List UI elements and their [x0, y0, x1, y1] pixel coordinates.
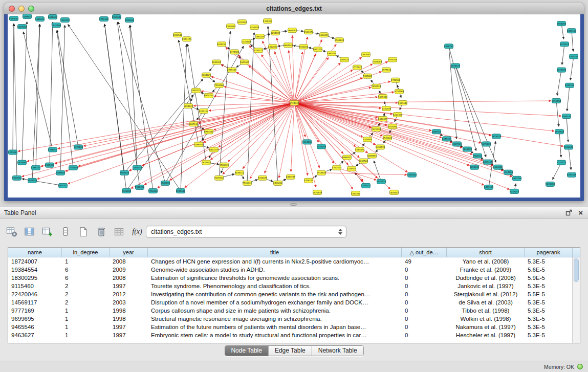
graph-node[interactable]: 1518428 [135, 185, 144, 189]
graph-node[interactable]: 1924504 [504, 170, 513, 174]
graph-node[interactable]: 9410226 [258, 176, 267, 180]
graph-node[interactable]: 1092482 [351, 191, 360, 195]
graph-node[interactable]: 1125404 [263, 19, 272, 24]
close-panel-icon[interactable]: × [578, 209, 583, 216]
graph-node[interactable]: 1095449 [378, 94, 387, 99]
graph-node[interactable]: 9831312 [58, 183, 68, 188]
graph-node[interactable]: 9469321 [342, 155, 352, 160]
graph-node[interactable]: 1175481 [230, 50, 239, 54]
graph-node[interactable]: 2051170 [182, 37, 191, 41]
delete-table-icon[interactable] [95, 225, 108, 238]
graph-node[interactable]: 1222063 [268, 45, 277, 49]
graph-node[interactable]: 1903020 [12, 176, 21, 180]
graph-node[interactable]: 1180433 [161, 181, 170, 185]
graph-node[interactable]: 2206133 [304, 178, 313, 183]
network-window[interactable]: citations_edges.txt 17240452018233117548… [4, 3, 584, 201]
rows-icon[interactable] [59, 225, 72, 238]
graph-node[interactable]: 9154469 [395, 89, 404, 94]
graph-node[interactable]: 2867133 [189, 122, 198, 126]
graph-node[interactable]: 2296013 [48, 147, 57, 152]
graph-node[interactable]: 8664049 [284, 43, 293, 48]
graph-node[interactable]: 2261842 [112, 15, 121, 19]
network-canvas[interactable]: 1724045201823311754811641604227514718420… [8, 14, 580, 198]
graph-node[interactable]: 1485083 [373, 59, 382, 64]
table-row[interactable]: 2242004622012Investigating the contribut… [8, 290, 580, 298]
graph-node[interactable]: 1853081 [361, 52, 371, 57]
table-mode-icon[interactable] [5, 225, 18, 238]
graph-node[interactable]: 1961834 [327, 51, 336, 56]
float-panel-icon[interactable] [565, 209, 572, 216]
graph-node[interactable]: 1467913 [452, 142, 462, 146]
graph-node[interactable]: 1748508 [391, 78, 400, 82]
graph-node[interactable]: 1088153 [562, 114, 571, 119]
graph-node[interactable]: 1901376 [304, 30, 313, 34]
table-row[interactable]: 911546021997Tourette syndrome. Phenomeno… [8, 282, 580, 290]
graph-node[interactable]: 2204887 [363, 137, 372, 142]
window-titlebar[interactable]: citations_edges.txt [4, 3, 584, 14]
function-builder-icon[interactable]: f(x) [130, 225, 144, 238]
graph-node[interactable]: 1444453 [569, 54, 578, 59]
graph-node[interactable]: 1981323 [45, 163, 54, 167]
graph-node[interactable]: 2245013 [347, 166, 356, 171]
graph-node[interactable]: 1962205 [255, 34, 265, 39]
graph-node[interactable]: 1984313 [473, 154, 482, 158]
graph-node[interactable]: 1064032 [493, 165, 503, 169]
graph-node[interactable]: 7850533 [372, 84, 381, 89]
graph-node[interactable]: 1264033 [133, 165, 142, 170]
graph-node[interactable]: 4275122 [199, 109, 208, 114]
graph-node[interactable]: 1620413 [377, 179, 386, 184]
graph-node[interactable]: 1964091 [557, 21, 566, 26]
graph-node[interactable]: 8036112 [235, 170, 244, 175]
graph-node[interactable]: 1063021 [340, 57, 349, 62]
column-header-in_degree[interactable]: in_degree [62, 248, 110, 257]
column-header-short[interactable]: short [447, 248, 525, 257]
table-row[interactable]: 1938455462009Genome-wide association stu… [8, 266, 580, 274]
graph-node[interactable]: 1959406 [125, 18, 134, 23]
graph-node[interactable]: 1254439 [271, 31, 280, 35]
graph-node[interactable]: 9613275 [313, 47, 322, 52]
table-row[interactable]: 1456911722003Disruption of a novel membe… [8, 298, 580, 307]
graph-node[interactable]: 1977131 [382, 68, 391, 72]
graph-node[interactable]: 9245013 [510, 189, 519, 193]
graph-node[interactable]: 7561341 [243, 181, 252, 185]
show-columns-icon[interactable] [23, 225, 36, 238]
graph-node[interactable]: 2096631 [23, 14, 32, 19]
graph-node[interactable]: 7625402 [202, 160, 211, 165]
graph-node[interactable]: 1099402 [194, 142, 203, 147]
graph-node[interactable]: 1089504 [56, 170, 65, 175]
graph-node[interactable]: 8549222 [383, 136, 392, 140]
graph-node[interactable]: 1974343 [388, 57, 397, 62]
graph-node[interactable]: 1221397 [393, 113, 402, 117]
graph-node[interactable]: 9273413 [560, 42, 569, 47]
scrollbar-thumb[interactable] [574, 258, 579, 282]
graph-node[interactable]: 1914545 [317, 170, 326, 175]
graph-node[interactable]: 1696351 [319, 33, 329, 37]
graph-node[interactable]: 1161642 [398, 100, 407, 105]
graph-node[interactable]: 1254033 [470, 165, 479, 169]
graph-node[interactable]: 2754117 [254, 48, 263, 53]
table-row[interactable]: 977716911998Corpus callosum shape and si… [8, 307, 580, 315]
table-row[interactable]: 946362711997Embryonic stem cells: a mode… [8, 331, 580, 339]
graph-node[interactable]: 9773341 [204, 129, 213, 134]
graph-node[interactable]: 5905139 [28, 178, 37, 183]
graph-node[interactable]: 3064821 [202, 73, 211, 77]
graph-node[interactable]: 8854122 [184, 103, 193, 108]
panel-resize-handle[interactable] [290, 203, 297, 206]
graph-node[interactable]: 9245012 [546, 182, 555, 186]
new-document-icon[interactable] [77, 225, 90, 238]
graph-node[interactable]: 1122408 [242, 39, 251, 44]
graph-node[interactable]: 1063841 [9, 16, 18, 21]
graph-node[interactable]: 1679319 [442, 137, 451, 141]
graph-node[interactable]: 2018233 [217, 42, 226, 47]
graph-node[interactable]: 1273744 [557, 68, 566, 72]
column-header-out_de[interactable]: △ out_de… [402, 248, 447, 257]
graph-node[interactable]: 2240845 [226, 24, 235, 29]
graph-node[interactable]: 1641604 [240, 60, 249, 64]
graph-node[interactable]: 1067233 [17, 25, 27, 29]
column-header-title[interactable]: title [148, 248, 402, 257]
close-window-button[interactable] [9, 6, 15, 12]
graph-node[interactable]: 1830542 [173, 33, 182, 37]
graph-node[interactable]: 2063112 [191, 88, 201, 93]
graph-node[interactable]: 1851535 [286, 174, 295, 179]
graph-node[interactable]: 5581331 [220, 163, 229, 167]
